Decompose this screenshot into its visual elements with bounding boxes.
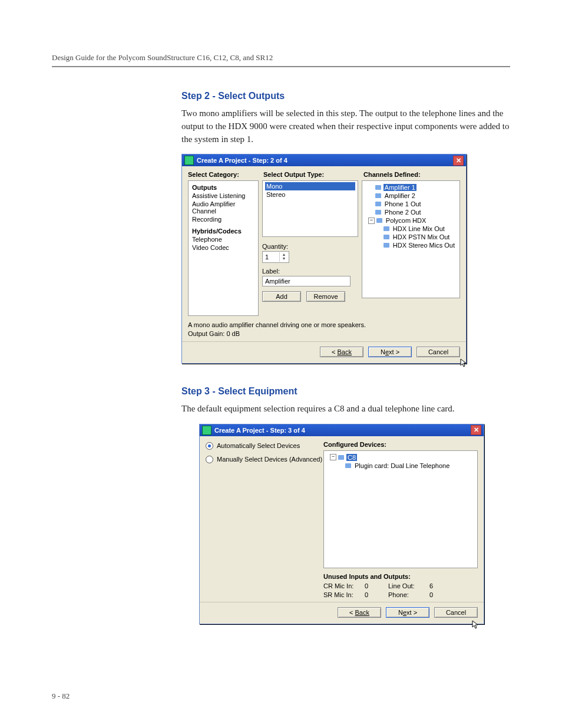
configured-devices-tree[interactable]: −C8Plugin card: Dual Line Telephone <box>323 450 478 568</box>
category-item[interactable]: Video Codec <box>192 243 254 252</box>
category-item[interactable]: Outputs <box>192 183 254 192</box>
label-label: Label: <box>262 268 358 275</box>
cancel-button[interactable]: Cancel <box>416 347 460 357</box>
channel-icon <box>375 193 381 198</box>
channel-icon <box>376 218 382 223</box>
close-icon[interactable]: ✕ <box>471 425 481 435</box>
category-item[interactable]: Recording <box>192 215 254 223</box>
app-icon <box>184 156 194 165</box>
label-value: Amplifier <box>265 278 290 285</box>
back-button[interactable]: < Back <box>320 347 363 357</box>
tree-label: Amplifier 2 <box>384 192 416 199</box>
running-head: Design Guide for the Polycom SoundStruct… <box>52 53 510 62</box>
device-selection-radio[interactable]: Automatically Select Devices <box>206 442 323 450</box>
quantity-stepper[interactable]: 1 ▲▼ <box>262 251 289 263</box>
desc-line2: Output Gain: 0 dB <box>188 330 460 338</box>
quantity-value: 1 <box>265 253 269 261</box>
step2-text: Two mono amplifiers will be selected in … <box>181 107 510 146</box>
channel-icon <box>375 202 381 206</box>
back-button[interactable]: < Back <box>338 607 381 618</box>
spinner-arrows-icon[interactable]: ▲▼ <box>279 252 288 262</box>
header-category: Select Category: <box>188 171 263 178</box>
tree-label: HDX Stereo Mics Out <box>392 242 456 249</box>
channel-icon <box>384 226 389 231</box>
tree-row[interactable]: HDX PSTN Mix Out <box>366 233 456 241</box>
category-item[interactable]: Hybrids/Codecs <box>192 227 254 235</box>
tree-row[interactable]: HDX Line Mix Out <box>366 225 456 233</box>
tree-row[interactable]: Plugin card: Dual Line Telephone <box>328 462 474 470</box>
tree-row[interactable]: −C8 <box>328 453 474 462</box>
tree-collapse-icon[interactable]: − <box>330 454 336 460</box>
tree-row[interactable]: −Polycom HDX <box>366 216 456 225</box>
unused-key: CR Mic In: <box>323 582 365 589</box>
channel-icon <box>375 210 381 215</box>
next-button[interactable]: Next > <box>368 347 412 357</box>
radio-icon <box>206 442 213 450</box>
tree-label: HDX PSTN Mix Out <box>392 233 451 241</box>
unused-value: 0 <box>365 591 388 598</box>
unused-value: 0 <box>429 591 447 598</box>
step2-title: Step 2 - Select Outputs <box>181 91 510 101</box>
tree-row[interactable]: Phone 2 Out <box>366 208 456 216</box>
tree-row[interactable]: Amplifier 2 <box>366 192 456 200</box>
quantity-label: Quantity: <box>262 243 358 250</box>
tree-label: Polycom HDX <box>385 217 427 224</box>
unused-key: SR Mic In: <box>323 591 365 598</box>
cursor-icon <box>460 358 467 368</box>
tree-label: HDX Line Mix Out <box>392 225 446 232</box>
page-number: 9 - 82 <box>52 691 70 701</box>
unused-key: Line Out: <box>388 582 429 589</box>
titlebar: Create A Project - Step: 3 of 4 ✕ <box>200 424 484 436</box>
step3-title: Step 3 - Select Equipment <box>181 386 510 397</box>
category-list[interactable]: OutputsAssistive ListeningAudio Amplifie… <box>188 180 259 316</box>
channel-icon <box>338 455 344 460</box>
next-button[interactable]: Next > <box>386 607 429 618</box>
header-output-type: Select Output Type: <box>263 171 363 178</box>
close-icon[interactable]: ✕ <box>453 156 464 166</box>
tree-collapse-icon[interactable]: − <box>368 218 375 224</box>
tree-label: Phone 2 Out <box>384 209 422 216</box>
titlebar: Create A Project - Step: 2 of 4 ✕ <box>182 154 466 166</box>
step3-text: The default equipment selection requires… <box>181 403 510 416</box>
unused-io-grid: CR Mic In:0Line Out:6SR Mic In:0Phone:0 <box>323 582 478 598</box>
radio-icon <box>206 456 213 463</box>
configured-devices-label: Configured Devices: <box>323 441 478 448</box>
header-channels: Channels Defined: <box>363 171 460 178</box>
add-button[interactable]: Add <box>262 291 301 302</box>
app-icon <box>202 426 211 435</box>
channel-icon <box>384 243 389 248</box>
cancel-button[interactable]: Cancel <box>434 607 478 618</box>
unused-io-label: Unused Inputs and Outputs: <box>323 573 478 580</box>
remove-button[interactable]: Remove <box>306 291 345 302</box>
category-item[interactable]: Assistive Listening <box>192 192 254 200</box>
desc-line1: A mono audio amplifier channel driving o… <box>188 321 460 329</box>
device-selection-radio[interactable]: Manually Select Devices (Advanced) <box>206 456 323 463</box>
unused-key: Phone: <box>388 591 429 598</box>
output-type-item[interactable]: Mono <box>265 182 355 190</box>
tree-label: Amplifier 1 <box>384 184 416 191</box>
dialog-step2: Create A Project - Step: 2 of 4 ✕ Select… <box>181 154 467 364</box>
unused-value: 6 <box>429 582 447 589</box>
tree-row[interactable]: Phone 1 Out <box>366 200 456 208</box>
tree-row[interactable]: Amplifier 1 <box>366 183 456 192</box>
channel-icon <box>384 235 389 239</box>
output-type-list[interactable]: MonoStereo <box>262 180 358 237</box>
label-field[interactable]: Amplifier <box>262 276 351 286</box>
header-rule <box>52 66 510 67</box>
output-type-item[interactable]: Stereo <box>265 190 355 199</box>
tree-row[interactable]: HDX Stereo Mics Out <box>366 241 456 249</box>
tree-label: Plugin card: Dual Line Telephone <box>353 462 451 469</box>
dialog-title: Create A Project - Step: 3 of 4 <box>214 427 471 434</box>
channels-tree[interactable]: Amplifier 1Amplifier 2Phone 1 OutPhone 2… <box>362 180 460 298</box>
category-item[interactable]: Telephone <box>192 235 254 243</box>
dialog-title: Create A Project - Step: 2 of 4 <box>197 157 453 164</box>
radio-label: Manually Select Devices (Advanced) <box>217 456 322 463</box>
channel-icon <box>375 185 381 190</box>
unused-value: 0 <box>365 582 388 589</box>
radio-label: Automatically Select Devices <box>217 442 300 449</box>
category-item[interactable]: Audio Amplifier Channel <box>192 200 254 215</box>
cursor-icon <box>472 620 479 630</box>
dialog-step3: Create A Project - Step: 3 of 4 ✕ Automa… <box>199 424 484 624</box>
tree-label: C8 <box>346 454 357 461</box>
channel-icon <box>345 463 351 468</box>
